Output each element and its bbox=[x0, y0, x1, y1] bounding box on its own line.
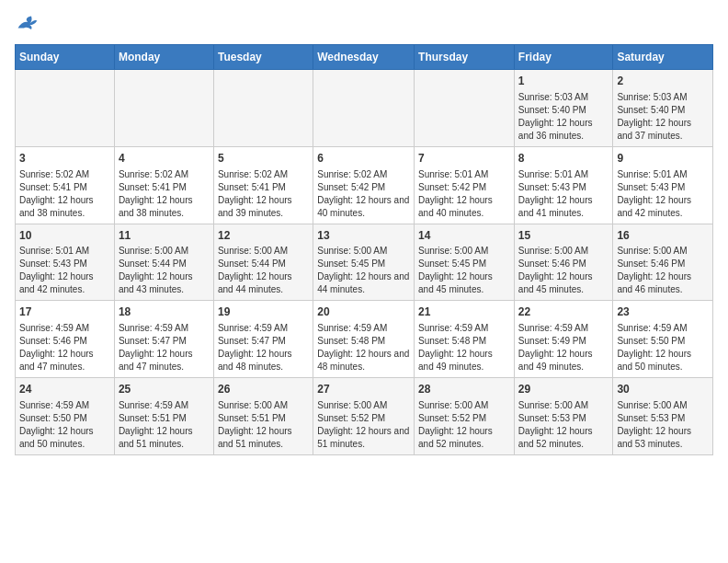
day-number: 5 bbox=[218, 151, 309, 167]
page-header bbox=[15, 15, 713, 33]
cell-content: Sunrise: 5:01 AM Sunset: 5:43 PM Dayligh… bbox=[617, 168, 709, 220]
calendar-cell bbox=[114, 70, 213, 147]
day-number: 18 bbox=[119, 304, 210, 320]
day-number: 12 bbox=[218, 228, 309, 244]
calendar-week-2: 3Sunrise: 5:02 AM Sunset: 5:41 PM Daylig… bbox=[16, 146, 713, 224]
day-number: 30 bbox=[617, 382, 709, 397]
day-number: 2 bbox=[617, 74, 709, 89]
cell-content: Sunrise: 5:00 AM Sunset: 5:53 PM Dayligh… bbox=[518, 399, 609, 451]
calendar-cell: 29Sunrise: 5:00 AM Sunset: 5:53 PM Dayli… bbox=[514, 378, 613, 455]
calendar-cell: 25Sunrise: 4:59 AM Sunset: 5:51 PM Dayli… bbox=[114, 378, 213, 455]
day-number: 4 bbox=[119, 151, 210, 167]
cell-content: Sunrise: 5:01 AM Sunset: 5:42 PM Dayligh… bbox=[418, 168, 510, 220]
calendar-cell: 24Sunrise: 4:59 AM Sunset: 5:50 PM Dayli… bbox=[16, 378, 115, 455]
calendar-cell: 22Sunrise: 4:59 AM Sunset: 5:49 PM Dayli… bbox=[514, 301, 613, 378]
weekday-header-monday: Monday bbox=[114, 45, 213, 70]
calendar-cell: 6Sunrise: 5:02 AM Sunset: 5:42 PM Daylig… bbox=[313, 146, 415, 224]
day-number: 24 bbox=[19, 382, 110, 397]
logo bbox=[15, 15, 40, 33]
cell-content: Sunrise: 5:02 AM Sunset: 5:42 PM Dayligh… bbox=[317, 168, 410, 220]
cell-content: Sunrise: 5:03 AM Sunset: 5:40 PM Dayligh… bbox=[518, 91, 609, 143]
calendar-table: SundayMondayTuesdayWednesdayThursdayFrid… bbox=[15, 44, 713, 455]
cell-content: Sunrise: 5:00 AM Sunset: 5:45 PM Dayligh… bbox=[418, 245, 510, 296]
cell-content: Sunrise: 5:00 AM Sunset: 5:44 PM Dayligh… bbox=[218, 245, 309, 296]
calendar-cell: 12Sunrise: 5:00 AM Sunset: 5:44 PM Dayli… bbox=[213, 224, 313, 301]
calendar-cell: 23Sunrise: 4:59 AM Sunset: 5:50 PM Dayli… bbox=[613, 301, 713, 378]
calendar-cell: 1Sunrise: 5:03 AM Sunset: 5:40 PM Daylig… bbox=[514, 70, 613, 147]
calendar-cell: 16Sunrise: 5:00 AM Sunset: 5:46 PM Dayli… bbox=[613, 224, 713, 301]
calendar-cell: 27Sunrise: 5:00 AM Sunset: 5:52 PM Dayli… bbox=[313, 378, 415, 455]
calendar-cell: 30Sunrise: 5:00 AM Sunset: 5:53 PM Dayli… bbox=[613, 378, 713, 455]
day-number: 1 bbox=[518, 74, 609, 89]
calendar-cell: 15Sunrise: 5:00 AM Sunset: 5:46 PM Dayli… bbox=[514, 224, 613, 301]
calendar-cell: 18Sunrise: 4:59 AM Sunset: 5:47 PM Dayli… bbox=[114, 301, 213, 378]
cell-content: Sunrise: 5:02 AM Sunset: 5:41 PM Dayligh… bbox=[218, 168, 309, 220]
day-number: 27 bbox=[317, 382, 410, 397]
day-number: 21 bbox=[418, 304, 510, 320]
calendar-cell: 17Sunrise: 4:59 AM Sunset: 5:46 PM Dayli… bbox=[16, 301, 115, 378]
calendar-cell: 9Sunrise: 5:01 AM Sunset: 5:43 PM Daylig… bbox=[613, 146, 713, 224]
cell-content: Sunrise: 5:00 AM Sunset: 5:52 PM Dayligh… bbox=[418, 399, 510, 451]
calendar-week-3: 10Sunrise: 5:01 AM Sunset: 5:43 PM Dayli… bbox=[16, 224, 713, 301]
weekday-header-saturday: Saturday bbox=[613, 45, 713, 70]
cell-content: Sunrise: 5:00 AM Sunset: 5:52 PM Dayligh… bbox=[317, 399, 410, 451]
day-number: 28 bbox=[418, 382, 510, 397]
calendar-week-5: 24Sunrise: 4:59 AM Sunset: 5:50 PM Dayli… bbox=[16, 378, 713, 455]
calendar-cell: 13Sunrise: 5:00 AM Sunset: 5:45 PM Dayli… bbox=[313, 224, 415, 301]
cell-content: Sunrise: 5:02 AM Sunset: 5:41 PM Dayligh… bbox=[19, 168, 110, 220]
calendar-cell bbox=[415, 70, 515, 147]
calendar-cell: 4Sunrise: 5:02 AM Sunset: 5:41 PM Daylig… bbox=[114, 146, 213, 224]
weekday-header-tuesday: Tuesday bbox=[213, 45, 313, 70]
calendar-cell: 7Sunrise: 5:01 AM Sunset: 5:42 PM Daylig… bbox=[415, 146, 515, 224]
cell-content: Sunrise: 5:03 AM Sunset: 5:40 PM Dayligh… bbox=[617, 91, 709, 143]
cell-content: Sunrise: 5:00 AM Sunset: 5:51 PM Dayligh… bbox=[218, 399, 309, 451]
cell-content: Sunrise: 4:59 AM Sunset: 5:50 PM Dayligh… bbox=[19, 399, 110, 451]
cell-content: Sunrise: 5:00 AM Sunset: 5:45 PM Dayligh… bbox=[317, 245, 410, 296]
calendar-cell: 20Sunrise: 4:59 AM Sunset: 5:48 PM Dayli… bbox=[313, 301, 415, 378]
day-number: 15 bbox=[518, 228, 609, 244]
day-number: 16 bbox=[617, 228, 709, 244]
day-number: 26 bbox=[218, 382, 309, 397]
weekday-header-thursday: Thursday bbox=[415, 45, 515, 70]
calendar-cell: 19Sunrise: 4:59 AM Sunset: 5:47 PM Dayli… bbox=[213, 301, 313, 378]
cell-content: Sunrise: 4:59 AM Sunset: 5:48 PM Dayligh… bbox=[317, 322, 410, 373]
calendar-cell bbox=[16, 70, 115, 147]
logo-bird-icon bbox=[17, 15, 39, 33]
cell-content: Sunrise: 4:59 AM Sunset: 5:46 PM Dayligh… bbox=[19, 322, 110, 373]
day-number: 10 bbox=[19, 228, 110, 244]
cell-content: Sunrise: 4:59 AM Sunset: 5:51 PM Dayligh… bbox=[119, 399, 210, 451]
day-number: 22 bbox=[518, 304, 609, 320]
calendar-cell: 28Sunrise: 5:00 AM Sunset: 5:52 PM Dayli… bbox=[415, 378, 515, 455]
cell-content: Sunrise: 4:59 AM Sunset: 5:49 PM Dayligh… bbox=[518, 322, 609, 373]
day-number: 20 bbox=[317, 304, 410, 320]
weekday-header-friday: Friday bbox=[514, 45, 613, 70]
calendar-week-1: 1Sunrise: 5:03 AM Sunset: 5:40 PM Daylig… bbox=[16, 70, 713, 147]
day-number: 14 bbox=[418, 228, 510, 244]
day-number: 25 bbox=[119, 382, 210, 397]
calendar-cell: 26Sunrise: 5:00 AM Sunset: 5:51 PM Dayli… bbox=[213, 378, 313, 455]
day-number: 29 bbox=[518, 382, 609, 397]
calendar-cell: 8Sunrise: 5:01 AM Sunset: 5:43 PM Daylig… bbox=[514, 146, 613, 224]
day-number: 7 bbox=[418, 151, 510, 167]
calendar-week-4: 17Sunrise: 4:59 AM Sunset: 5:46 PM Dayli… bbox=[16, 301, 713, 378]
calendar-cell: 14Sunrise: 5:00 AM Sunset: 5:45 PM Dayli… bbox=[415, 224, 515, 301]
cell-content: Sunrise: 5:00 AM Sunset: 5:46 PM Dayligh… bbox=[518, 245, 609, 296]
calendar-cell: 3Sunrise: 5:02 AM Sunset: 5:41 PM Daylig… bbox=[16, 146, 115, 224]
day-number: 19 bbox=[218, 304, 309, 320]
weekday-header-sunday: Sunday bbox=[16, 45, 115, 70]
day-number: 17 bbox=[19, 304, 110, 320]
cell-content: Sunrise: 5:00 AM Sunset: 5:44 PM Dayligh… bbox=[119, 245, 210, 296]
cell-content: Sunrise: 5:00 AM Sunset: 5:53 PM Dayligh… bbox=[617, 399, 709, 451]
cell-content: Sunrise: 5:00 AM Sunset: 5:46 PM Dayligh… bbox=[617, 245, 709, 296]
calendar-cell: 2Sunrise: 5:03 AM Sunset: 5:40 PM Daylig… bbox=[613, 70, 713, 147]
calendar-cell: 5Sunrise: 5:02 AM Sunset: 5:41 PM Daylig… bbox=[213, 146, 313, 224]
day-number: 13 bbox=[317, 228, 410, 244]
cell-content: Sunrise: 4:59 AM Sunset: 5:47 PM Dayligh… bbox=[119, 322, 210, 373]
day-number: 11 bbox=[119, 228, 210, 244]
day-number: 8 bbox=[518, 151, 609, 167]
day-number: 9 bbox=[617, 151, 709, 167]
day-number: 6 bbox=[317, 151, 410, 167]
calendar-cell: 11Sunrise: 5:00 AM Sunset: 5:44 PM Dayli… bbox=[114, 224, 213, 301]
calendar-cell: 10Sunrise: 5:01 AM Sunset: 5:43 PM Dayli… bbox=[16, 224, 115, 301]
day-number: 23 bbox=[617, 304, 709, 320]
